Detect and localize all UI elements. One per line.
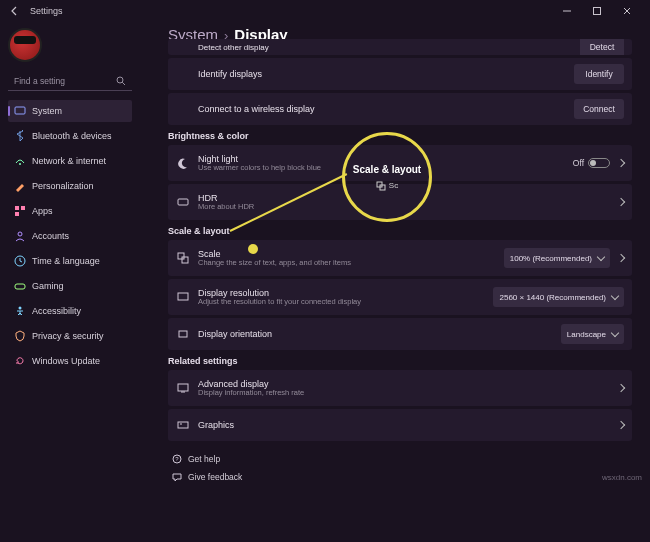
back-button[interactable] — [8, 4, 22, 18]
row-title: Identify displays — [198, 69, 262, 79]
connect-icon — [176, 102, 190, 116]
row-subtitle: Change the size of text, apps, and other… — [198, 259, 351, 267]
sidebar-item-privacy[interactable]: Privacy & security — [8, 325, 132, 347]
orientation-select[interactable]: Landscape — [561, 324, 624, 344]
network-icon — [14, 155, 26, 167]
svg-rect-14 — [178, 253, 184, 259]
graphics-icon — [176, 418, 190, 432]
system-icon — [14, 105, 26, 117]
select-value: 100% (Recommended) — [510, 254, 592, 263]
scale-select[interactable]: 100% (Recommended) — [504, 248, 610, 268]
get-help-link[interactable]: ? Get help — [168, 450, 632, 468]
sidebar-item-label: Bluetooth & devices — [32, 131, 112, 141]
sidebar-item-label: Network & internet — [32, 156, 106, 166]
sidebar-item-bluetooth[interactable]: Bluetooth & devices — [8, 125, 132, 147]
row-subtitle: Display information, refresh rate — [198, 389, 304, 397]
row-identify-displays[interactable]: Identify displays Identify — [168, 58, 632, 90]
sidebar-item-label: System — [32, 106, 62, 116]
sidebar-item-label: Time & language — [32, 256, 100, 266]
resolution-select[interactable]: 2560 × 1440 (Recommended) — [493, 287, 624, 307]
sidebar-item-accessibility[interactable]: Accessibility — [8, 300, 132, 322]
svg-rect-18 — [178, 384, 188, 391]
row-detect-display[interactable]: Detect other display Detect — [168, 39, 632, 55]
svg-text:?: ? — [175, 456, 179, 462]
window-title: Settings — [30, 6, 63, 16]
accessibility-icon — [14, 305, 26, 317]
row-orientation[interactable]: Display orientation Landscape — [168, 318, 632, 350]
toggle-state: Off — [573, 158, 584, 168]
sidebar-item-time[interactable]: Time & language — [8, 250, 132, 272]
svg-rect-15 — [182, 257, 188, 263]
connect-button[interactable]: Connect — [574, 99, 624, 119]
user-avatar[interactable] — [8, 28, 42, 62]
chevron-right-icon — [617, 384, 625, 392]
main-panel: System › Display Detect other display De… — [140, 22, 650, 542]
sidebar-item-system[interactable]: System — [8, 100, 132, 122]
row-title: Display orientation — [198, 329, 272, 339]
identify-button[interactable]: Identify — [574, 64, 624, 84]
chevron-right-icon — [617, 198, 625, 206]
identify-icon — [176, 67, 190, 81]
row-night-light[interactable]: Night light Use warmer colors to help bl… — [168, 145, 632, 181]
maximize-button[interactable] — [582, 2, 612, 20]
sidebar-item-update[interactable]: Windows Update — [8, 350, 132, 372]
advanced-display-icon — [176, 381, 190, 395]
chevron-down-icon — [611, 292, 619, 300]
row-title: Connect to a wireless display — [198, 104, 315, 114]
sidebar-item-network[interactable]: Network & internet — [8, 150, 132, 172]
sidebar-item-label: Accounts — [32, 231, 69, 241]
row-scale[interactable]: Scale Change the size of text, apps, and… — [168, 240, 632, 276]
svg-point-5 — [19, 163, 21, 165]
detect-button[interactable]: Detect — [580, 39, 624, 55]
gaming-icon — [14, 280, 26, 292]
minimize-button[interactable] — [552, 2, 582, 20]
row-graphics[interactable]: Graphics — [168, 409, 632, 441]
footer-label: Give feedback — [188, 472, 242, 482]
night-light-toggle[interactable] — [588, 158, 610, 168]
close-button[interactable] — [612, 2, 642, 20]
select-value: Landscape — [567, 330, 606, 339]
footer-label: Get help — [188, 454, 220, 464]
chevron-down-icon — [611, 329, 619, 337]
give-feedback-link[interactable]: Give feedback — [168, 468, 632, 486]
row-subtitle: Use warmer colors to help block blue — [198, 164, 321, 172]
svg-rect-4 — [15, 107, 25, 114]
select-value: 2560 × 1440 (Recommended) — [499, 293, 606, 302]
orientation-icon — [176, 327, 190, 341]
svg-line-3 — [122, 82, 125, 85]
row-advanced-display[interactable]: Advanced display Display information, re… — [168, 370, 632, 406]
svg-point-2 — [117, 77, 123, 83]
sidebar-item-personalization[interactable]: Personalization — [8, 175, 132, 197]
row-title: Graphics — [198, 420, 234, 430]
watermark: wsxdn.com — [602, 473, 642, 482]
chevron-right-icon — [617, 159, 625, 167]
search-input[interactable]: Find a setting — [8, 71, 132, 91]
row-connect-wireless[interactable]: Connect to a wireless display Connect — [168, 93, 632, 125]
hdr-icon — [176, 195, 190, 209]
detect-icon — [176, 40, 190, 54]
sidebar-item-label: Personalization — [32, 181, 94, 191]
accounts-icon — [14, 230, 26, 242]
scale-icon — [176, 251, 190, 265]
sidebar-item-label: Apps — [32, 206, 53, 216]
chevron-down-icon — [597, 253, 605, 261]
section-related-settings: Related settings — [168, 356, 632, 366]
help-icon: ? — [172, 454, 182, 464]
sidebar-item-label: Accessibility — [32, 306, 81, 316]
sidebar-item-gaming[interactable]: Gaming — [8, 275, 132, 297]
update-icon — [14, 355, 26, 367]
clock-icon — [14, 255, 26, 267]
svg-rect-20 — [178, 422, 188, 428]
sidebar-item-accounts[interactable]: Accounts — [8, 225, 132, 247]
bluetooth-icon — [14, 130, 26, 142]
title-bar: Settings — [0, 0, 650, 22]
row-subtitle: Adjust the resolution to fit your connec… — [198, 298, 361, 306]
shield-icon — [14, 330, 26, 342]
row-resolution[interactable]: Display resolution Adjust the resolution… — [168, 279, 632, 315]
svg-rect-8 — [15, 212, 19, 216]
svg-point-9 — [18, 232, 22, 236]
row-hdr[interactable]: HDR More about HDR — [168, 184, 632, 220]
sidebar-item-label: Gaming — [32, 281, 64, 291]
personalization-icon — [14, 180, 26, 192]
sidebar-item-apps[interactable]: Apps — [8, 200, 132, 222]
